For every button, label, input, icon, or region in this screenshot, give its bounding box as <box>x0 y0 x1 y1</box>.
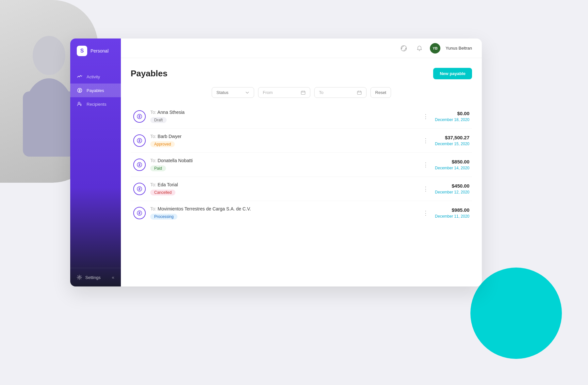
payables-icon <box>77 87 83 93</box>
svg-point-0 <box>33 36 65 75</box>
payable-amount-date: $985.00 December 11, 2020 <box>435 207 469 219</box>
svg-rect-9 <box>301 91 305 94</box>
payable-date: December 12, 2020 <box>435 190 469 194</box>
sidebar: S Personal Activity <box>70 38 121 286</box>
status-chevron-icon <box>245 91 249 95</box>
status-badge: Cancelled <box>150 190 175 195</box>
payable-amount-date: $450.00 December 12, 2020 <box>435 183 469 194</box>
more-options-button[interactable]: ⋮ <box>421 113 431 120</box>
payable-recipient: To: Donatella Nobatti <box>150 158 416 163</box>
to-calendar-icon <box>357 90 362 95</box>
more-options-button[interactable]: ⋮ <box>421 161 431 168</box>
dollar-icon <box>137 114 142 119</box>
status-badge: Draft <box>150 117 167 123</box>
teal-circle-decoration <box>470 268 562 359</box>
payable-icon <box>133 207 146 219</box>
payable-amount: $0.00 <box>435 111 469 116</box>
payable-recipient: To: Barb Dwyer <box>150 134 416 139</box>
activity-icon <box>77 74 83 80</box>
sidebar-item-activity[interactable]: Activity <box>70 70 121 84</box>
payable-amount: $37,500.27 <box>435 135 469 140</box>
reset-button[interactable]: Reset <box>370 87 391 98</box>
status-filter[interactable]: Status <box>212 87 254 98</box>
user-initials: YB <box>433 46 437 50</box>
payable-info: To: Barb Dwyer Approved <box>150 134 416 147</box>
payable-icon <box>133 183 146 195</box>
payable-item: To: Barb Dwyer Approved ⋮ $37,500.27 Dec… <box>131 129 472 153</box>
status-filter-label: Status <box>217 90 229 95</box>
page-content: Payables New payable Status From <box>121 58 482 286</box>
to-date-filter[interactable]: To <box>314 87 367 98</box>
sidebar-item-payables-label: Payables <box>87 88 104 93</box>
payable-date: December 14, 2020 <box>435 166 469 170</box>
svg-rect-8 <box>405 48 406 49</box>
payable-date: December 15, 2020 <box>435 142 469 146</box>
payable-recipient: To: Eda Torial <box>150 182 416 187</box>
dollar-icon <box>137 162 142 168</box>
payable-item: To: Movimientos Terrestres de Carga S.A.… <box>131 201 472 225</box>
status-badge: Processing <box>150 214 177 220</box>
sidebar-footer: Settings « <box>70 268 121 286</box>
payable-item: To: Donatella Nobatti Paid ⋮ $850.00 Dec… <box>131 153 472 177</box>
payable-icon <box>133 110 146 123</box>
notification-button[interactable] <box>414 43 425 54</box>
top-bar: YB Yunus Beltran <box>121 38 482 58</box>
payable-info: To: Donatella Nobatti Paid <box>150 158 416 171</box>
page-title: Payables <box>131 69 168 79</box>
payable-info: To: Movimientos Terrestres de Carga S.A.… <box>150 206 416 220</box>
status-badge: Paid <box>150 165 166 171</box>
more-options-button[interactable]: ⋮ <box>421 137 431 144</box>
payable-amount: $850.00 <box>435 159 469 164</box>
payable-amount-date: $37,500.27 December 15, 2020 <box>435 135 469 146</box>
settings-label: Settings <box>85 275 101 280</box>
dollar-icon <box>137 138 142 144</box>
payable-date: December 18, 2020 <box>435 117 469 122</box>
app-window: S Personal Activity <box>70 38 482 286</box>
recipients-icon <box>77 101 83 107</box>
svg-point-4 <box>78 102 80 104</box>
from-filter-label: From <box>263 90 273 95</box>
sidebar-logo: S Personal <box>70 38 121 63</box>
from-calendar-icon <box>301 90 305 95</box>
payable-amount: $450.00 <box>435 183 469 189</box>
payable-item: To: Eda Torial Cancelled ⋮ $450.00 Decem… <box>131 177 472 201</box>
from-date-filter[interactable]: From <box>258 87 310 98</box>
svg-rect-7 <box>401 48 402 49</box>
payable-recipient: To: Anna Sthesia <box>150 110 416 115</box>
new-payable-button[interactable]: New payable <box>433 68 472 79</box>
user-name: Yunus Beltran <box>446 46 472 51</box>
sidebar-nav: Activity Payables <box>70 63 121 268</box>
sidebar-item-payables[interactable]: Payables <box>70 84 121 97</box>
logo-text: Personal <box>90 48 108 54</box>
filters: Status From To Reset <box>131 87 472 98</box>
payable-icon <box>133 159 146 171</box>
svg-point-5 <box>79 277 80 278</box>
more-options-button[interactable]: ⋮ <box>421 209 431 217</box>
logo-icon: S <box>77 46 87 56</box>
dollar-icon <box>137 186 142 192</box>
sidebar-item-recipients-label: Recipients <box>87 102 106 107</box>
payable-date: December 11, 2020 <box>435 214 469 219</box>
payable-amount-date: $0.00 December 18, 2020 <box>435 111 469 122</box>
payable-icon <box>133 134 146 147</box>
dollar-icon <box>137 210 142 216</box>
more-options-button[interactable]: ⋮ <box>421 185 431 192</box>
payable-item: To: Anna Sthesia Draft ⋮ $0.00 December … <box>131 104 472 129</box>
payable-amount: $985.00 <box>435 207 469 213</box>
collapse-button[interactable]: « <box>112 275 114 280</box>
status-badge: Approved <box>150 141 175 147</box>
to-filter-label: To <box>319 90 324 95</box>
sidebar-item-activity-label: Activity <box>87 74 100 79</box>
payable-recipient: To: Movimientos Terrestres de Carga S.A.… <box>150 206 416 211</box>
settings-item[interactable]: Settings <box>77 275 101 280</box>
sidebar-item-recipients[interactable]: Recipients <box>70 97 121 111</box>
payable-list: To: Anna Sthesia Draft ⋮ $0.00 December … <box>131 104 472 225</box>
svg-rect-10 <box>357 91 361 94</box>
settings-icon <box>77 275 82 280</box>
payable-info: To: Anna Sthesia Draft <box>150 110 416 123</box>
support-button[interactable] <box>399 43 409 54</box>
page-header: Payables New payable <box>131 68 472 79</box>
user-avatar: YB <box>430 43 440 54</box>
payable-info: To: Eda Torial Cancelled <box>150 182 416 195</box>
main-content: YB Yunus Beltran Payables New payable St… <box>121 38 482 286</box>
